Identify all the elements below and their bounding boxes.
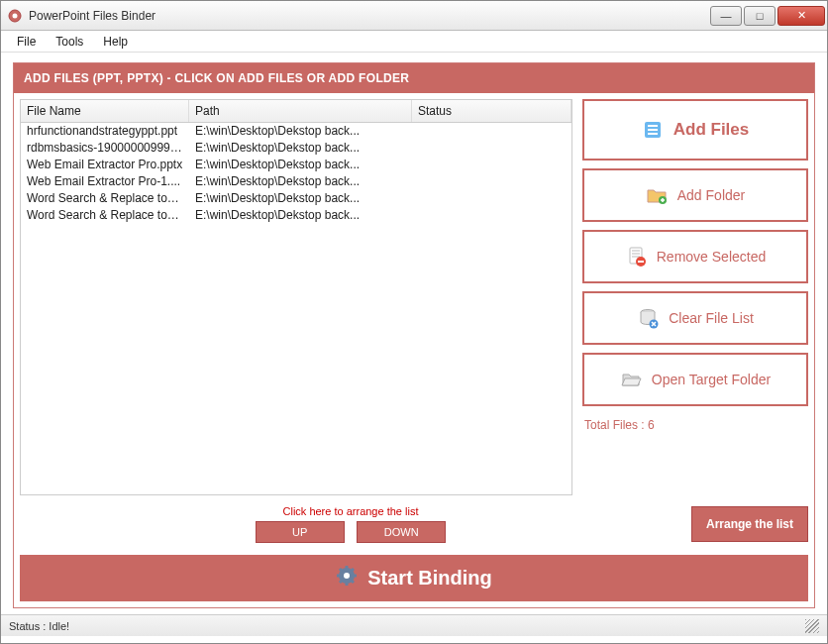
clear-list-label: Clear File List	[669, 310, 754, 326]
cell-name: Word Search & Replace too...	[21, 190, 189, 207]
clear-list-icon	[637, 307, 659, 329]
minimize-button[interactable]: —	[710, 6, 742, 26]
cell-path: E:\win\Desktop\Dekstop back...	[189, 157, 412, 173]
titlebar: PowerPoint Files Binder — □ ✕	[1, 1, 827, 31]
cell-status	[412, 173, 571, 190]
maximize-button[interactable]: □	[744, 6, 776, 26]
svg-rect-3	[648, 125, 658, 127]
table-row[interactable]: Web Email Extractor Pro.pptxE:\win\Deskt…	[21, 157, 571, 173]
table-row[interactable]: Web Email Extractor Pro-1....E:\win\Desk…	[21, 173, 571, 190]
cell-status	[412, 140, 571, 157]
down-button[interactable]: DOWN	[357, 521, 446, 543]
arrange-hint: Click here to arrange the list	[20, 505, 681, 517]
col-header-name[interactable]: File Name	[21, 100, 189, 122]
cell-name: hrfunctionandstrategyppt.ppt	[21, 123, 189, 140]
add-files-button[interactable]: Add Files	[582, 99, 808, 161]
open-folder-icon	[620, 369, 642, 390]
menu-help[interactable]: Help	[103, 35, 128, 49]
cell-path: E:\win\Desktop\Dekstop back...	[189, 207, 412, 224]
statusbar: Status : Idle!	[1, 614, 827, 636]
cell-status	[412, 123, 571, 140]
total-files-label: Total Files : 6	[582, 414, 808, 436]
cell-path: E:\win\Desktop\Dekstop back...	[189, 140, 412, 157]
start-binding-button[interactable]: Start Binding	[20, 555, 808, 601]
add-folder-button[interactable]: Add Folder	[582, 168, 808, 222]
add-files-label: Add Files	[673, 120, 750, 140]
main-panel: ADD FILES (PPT, PPTX) - CLICK ON ADD FIL…	[13, 62, 815, 608]
table-row[interactable]: Word Search & Replace too...E:\win\Deskt…	[21, 207, 571, 224]
col-header-status[interactable]: Status	[412, 100, 571, 122]
cell-name: Word Search & Replace too...	[21, 207, 189, 224]
menu-tools[interactable]: Tools	[55, 35, 83, 49]
arrange-list-button[interactable]: Arrange the list	[691, 506, 808, 542]
resize-grip[interactable]	[805, 619, 819, 633]
remove-selected-label: Remove Selected	[657, 249, 767, 265]
svg-rect-4	[648, 129, 658, 131]
app-icon	[7, 8, 23, 24]
folder-add-icon	[646, 184, 668, 206]
svg-point-1	[13, 13, 18, 18]
cell-status	[412, 190, 571, 207]
svg-point-13	[344, 573, 350, 579]
add-folder-label: Add Folder	[677, 187, 745, 203]
svg-rect-5	[648, 133, 658, 135]
table-row[interactable]: rdbmsbasics-19000000999....E:\win\Deskto…	[21, 140, 571, 157]
svg-rect-9	[638, 261, 644, 263]
cell-path: E:\win\Desktop\Dekstop back...	[189, 123, 412, 140]
instruction-banner: ADD FILES (PPT, PPTX) - CLICK ON ADD FIL…	[14, 63, 814, 93]
start-binding-label: Start Binding	[367, 567, 492, 590]
open-target-button[interactable]: Open Target Folder	[582, 353, 808, 406]
table-row[interactable]: Word Search & Replace too...E:\win\Deskt…	[21, 190, 571, 207]
cell-name: Web Email Extractor Pro-1....	[21, 173, 189, 190]
menubar: File Tools Help	[1, 31, 827, 53]
clear-list-button[interactable]: Clear File List	[582, 291, 808, 345]
gear-icon	[336, 565, 358, 591]
up-button[interactable]: UP	[256, 521, 345, 543]
cell-name: rdbmsbasics-19000000999....	[21, 140, 189, 157]
file-table[interactable]: File Name Path Status hrfunctionandstrat…	[20, 99, 572, 495]
status-text: Status : Idle!	[9, 620, 69, 632]
col-header-path[interactable]: Path	[189, 100, 412, 122]
cell-path: E:\win\Desktop\Dekstop back...	[189, 190, 412, 207]
cell-status	[412, 157, 571, 173]
close-button[interactable]: ✕	[777, 6, 825, 26]
cell-status	[412, 207, 571, 224]
cell-name: Web Email Extractor Pro.pptx	[21, 157, 189, 173]
remove-icon	[625, 246, 647, 268]
window-title: PowerPoint Files Binder	[29, 9, 155, 23]
open-target-label: Open Target Folder	[652, 372, 771, 387]
add-files-icon	[642, 119, 664, 141]
menu-file[interactable]: File	[17, 35, 36, 49]
cell-path: E:\win\Desktop\Dekstop back...	[189, 173, 412, 190]
remove-selected-button[interactable]: Remove Selected	[582, 230, 808, 283]
table-row[interactable]: hrfunctionandstrategyppt.pptE:\win\Deskt…	[21, 123, 571, 140]
